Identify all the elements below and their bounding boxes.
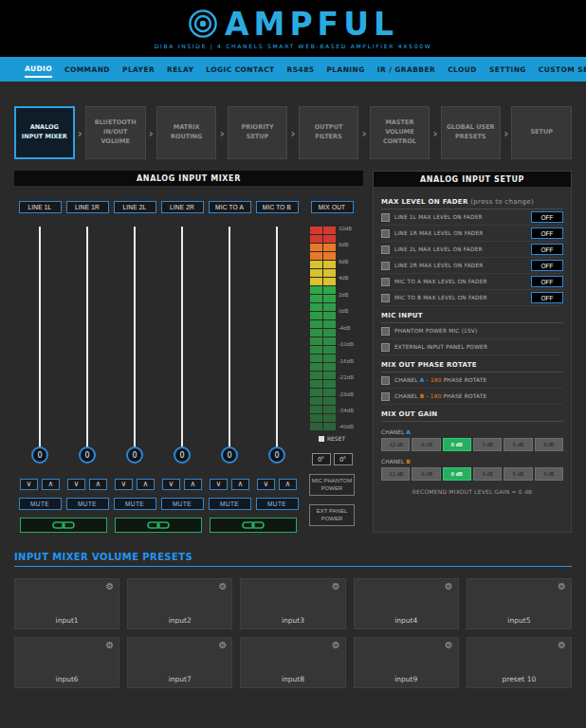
checkbox[interactable]: [381, 343, 390, 352]
link-button-line2[interactable]: [115, 518, 202, 533]
gain-option-button[interactable]: 9 dB: [535, 438, 563, 451]
gain-option-button-selected[interactable]: 0 dB: [443, 467, 471, 481]
fader-up-button[interactable]: ∧: [42, 479, 60, 490]
fader-line2l[interactable]: 0: [111, 227, 158, 464]
gear-icon[interactable]: ⚙: [218, 640, 227, 650]
meter-reset-button[interactable]: RESET: [319, 435, 345, 442]
fader-handle[interactable]: 0: [174, 446, 191, 464]
gear-icon[interactable]: ⚙: [218, 581, 227, 592]
fader-handle[interactable]: 0: [31, 446, 48, 464]
fader-down-button[interactable]: ∨: [257, 479, 275, 490]
preset-card-input8[interactable]: ⚙ input8: [240, 637, 345, 688]
channel-label-button[interactable]: LINE 1L: [19, 201, 62, 213]
link-button-line1[interactable]: [20, 518, 107, 533]
gear-icon[interactable]: ⚙: [445, 640, 453, 650]
fader-handle[interactable]: 0: [126, 446, 143, 464]
max-level-toggle-button[interactable]: OFF: [531, 276, 563, 287]
gear-icon[interactable]: ⚙: [332, 640, 340, 650]
fader-up-button[interactable]: ∧: [89, 479, 107, 490]
checkbox[interactable]: [381, 262, 390, 270]
fader-up-button[interactable]: ∧: [231, 479, 249, 490]
checkbox[interactable]: [381, 246, 390, 254]
checkbox[interactable]: [381, 229, 390, 238]
max-level-toggle-button[interactable]: OFF: [531, 292, 563, 303]
gear-icon[interactable]: ⚙: [332, 581, 340, 592]
fader-handle[interactable]: 0: [79, 446, 96, 464]
max-level-toggle-button[interactable]: OFF: [531, 211, 563, 223]
gain-option-button[interactable]: -6 dB: [412, 467, 440, 481]
mute-button[interactable]: MUTE: [66, 498, 109, 510]
fader-handle[interactable]: 0: [268, 446, 285, 464]
nav-item-setting[interactable]: SETTING: [489, 63, 526, 77]
tab-matrix-routing[interactable]: MATRIX ROUTING: [156, 106, 217, 159]
channel-label-button[interactable]: LINE 2R: [161, 201, 204, 213]
gain-option-button[interactable]: -12 dB: [381, 438, 410, 451]
phase-a-button[interactable]: 0°: [312, 453, 331, 465]
preset-card-input5[interactable]: ⚙ input5: [467, 578, 572, 629]
gear-icon[interactable]: ⚙: [105, 640, 114, 650]
fader-handle[interactable]: 0: [221, 446, 238, 464]
mute-button[interactable]: MUTE: [209, 498, 251, 510]
nav-item-ir-grabber[interactable]: IR / GRABBER: [377, 63, 435, 77]
tab-master-volume-control[interactable]: MASTER VOLUME CONTROL: [370, 106, 430, 159]
channel-label-button[interactable]: LINE 1R: [66, 201, 109, 213]
gain-option-button[interactable]: 6 dB: [504, 438, 532, 451]
gain-option-button[interactable]: 9 dB: [535, 467, 563, 481]
nav-item-cloud[interactable]: CLOUD: [448, 63, 477, 77]
preset-card-input4[interactable]: ⚙ input4: [354, 578, 459, 629]
tab-global-user-presets[interactable]: GLOBAL USER PRESETS: [441, 106, 502, 159]
nav-item-logic-contact[interactable]: LOGIC CONTACT: [206, 63, 274, 77]
fader-line1r[interactable]: 0: [64, 227, 111, 464]
fader-mic-b[interactable]: 0: [253, 227, 301, 464]
checkbox[interactable]: [381, 376, 390, 385]
mute-button[interactable]: MUTE: [161, 498, 204, 510]
preset-card-input3[interactable]: ⚙ input3: [240, 578, 345, 629]
link-button-mic[interactable]: [210, 518, 297, 533]
fader-up-button[interactable]: ∧: [184, 479, 202, 490]
gain-option-button[interactable]: 6 dB: [504, 467, 532, 481]
nav-item-command[interactable]: COMMAND: [64, 63, 110, 77]
max-level-toggle-button[interactable]: OFF: [531, 244, 563, 255]
tab-bluetooth-volume[interactable]: BLUETOOTH IN/OUT VOLUME: [85, 106, 146, 159]
checkbox[interactable]: [381, 327, 390, 336]
checkbox[interactable]: [381, 278, 390, 286]
tab-analog-input-mixer[interactable]: ANALOG INPUT MIXER: [14, 106, 75, 159]
fader-down-button[interactable]: ∨: [162, 479, 180, 490]
gain-option-button[interactable]: 3 dB: [473, 467, 502, 481]
nav-item-rs485[interactable]: RS485: [287, 63, 315, 77]
fader-down-button[interactable]: ∨: [20, 479, 38, 490]
gain-option-button-selected[interactable]: 0 dB: [443, 438, 471, 451]
channel-label-button[interactable]: MIC TO A: [209, 201, 251, 213]
tab-output-filters[interactable]: OUTPUT FILTERS: [299, 106, 359, 159]
gear-icon[interactable]: ⚙: [558, 640, 566, 650]
nav-item-player[interactable]: PLAYER: [122, 63, 155, 77]
tab-setup[interactable]: SETUP: [511, 106, 572, 159]
fader-down-button[interactable]: ∨: [210, 479, 228, 490]
gear-icon[interactable]: ⚙: [445, 581, 453, 592]
channel-label-button[interactable]: LINE 2L: [114, 201, 156, 213]
fader-down-button[interactable]: ∨: [67, 479, 85, 490]
nav-item-planing[interactable]: PLANING: [326, 63, 364, 77]
mute-button[interactable]: MUTE: [114, 498, 156, 510]
fader-line1l[interactable]: 0: [16, 227, 64, 464]
fader-up-button[interactable]: ∧: [279, 479, 297, 490]
preset-card-input6[interactable]: ⚙ input6: [14, 637, 119, 688]
fader-line2r[interactable]: 0: [158, 227, 206, 464]
tab-priority-setup[interactable]: PRIORITY SETUP: [228, 106, 288, 159]
mute-button[interactable]: MUTE: [19, 498, 62, 510]
mixout-label-button[interactable]: MIX OUT: [311, 201, 354, 213]
fader-up-button[interactable]: ∧: [137, 479, 155, 490]
gain-option-button[interactable]: 3 dB: [473, 438, 502, 451]
mute-button[interactable]: MUTE: [256, 498, 299, 510]
max-level-toggle-button[interactable]: OFF: [531, 260, 563, 271]
preset-card-input2[interactable]: ⚙ input2: [127, 578, 232, 629]
preset-card-input7[interactable]: ⚙ input7: [127, 637, 232, 688]
gear-icon[interactable]: ⚙: [558, 581, 566, 592]
fader-down-button[interactable]: ∨: [115, 479, 133, 490]
nav-item-audio[interactable]: AUDIO: [25, 62, 52, 78]
gain-option-button[interactable]: -12 dB: [381, 467, 410, 481]
preset-card-preset10[interactable]: ⚙ preset 10: [467, 637, 572, 688]
phase-b-button[interactable]: 0°: [334, 453, 353, 465]
checkbox[interactable]: [381, 213, 390, 222]
preset-card-input1[interactable]: ⚙ input1: [14, 578, 119, 629]
